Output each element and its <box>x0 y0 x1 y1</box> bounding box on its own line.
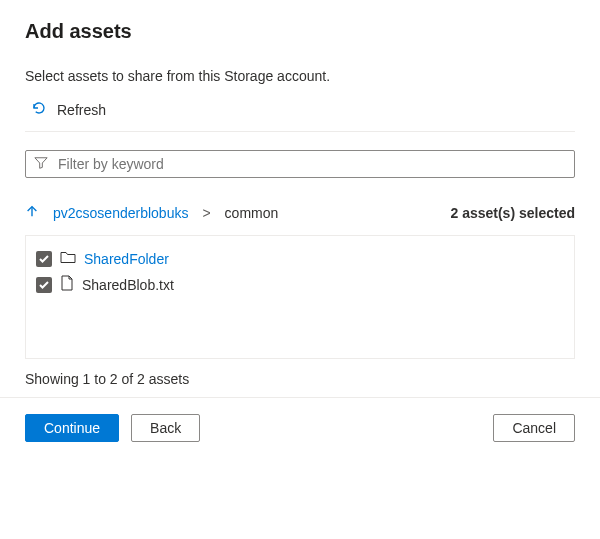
instruction-text: Select assets to share from this Storage… <box>25 68 575 84</box>
divider <box>0 397 600 398</box>
folder-icon <box>60 250 76 267</box>
checkbox[interactable] <box>36 277 52 293</box>
asset-name: SharedBlob.txt <box>82 277 174 293</box>
breadcrumb-sep: > <box>202 205 210 221</box>
list-item[interactable]: SharedFolder <box>36 246 564 271</box>
filter-icon <box>34 156 48 173</box>
refresh-button[interactable]: Refresh <box>25 98 112 121</box>
refresh-icon <box>31 100 47 119</box>
checkbox[interactable] <box>36 251 52 267</box>
breadcrumb: pv2csosenderblobuks > common <box>25 204 450 221</box>
footer: Continue Back Cancel <box>25 414 575 442</box>
breadcrumb-root[interactable]: pv2csosenderblobuks <box>53 205 188 221</box>
filter-input[interactable] <box>56 155 566 173</box>
cancel-button[interactable]: Cancel <box>493 414 575 442</box>
breadcrumb-row: pv2csosenderblobuks > common 2 asset(s) … <box>25 204 575 221</box>
file-icon <box>60 275 74 294</box>
back-button[interactable]: Back <box>131 414 200 442</box>
asset-list: SharedFolder SharedBlob.txt <box>25 235 575 359</box>
refresh-label: Refresh <box>57 102 106 118</box>
up-icon[interactable] <box>25 204 39 221</box>
list-item[interactable]: SharedBlob.txt <box>36 271 564 298</box>
page-title: Add assets <box>25 20 575 43</box>
showing-text: Showing 1 to 2 of 2 assets <box>25 371 575 387</box>
continue-button[interactable]: Continue <box>25 414 119 442</box>
asset-name[interactable]: SharedFolder <box>84 251 169 267</box>
selected-count: 2 asset(s) selected <box>450 205 575 221</box>
breadcrumb-current: common <box>225 205 279 221</box>
toolbar: Refresh <box>25 98 575 132</box>
filter-box[interactable] <box>25 150 575 178</box>
